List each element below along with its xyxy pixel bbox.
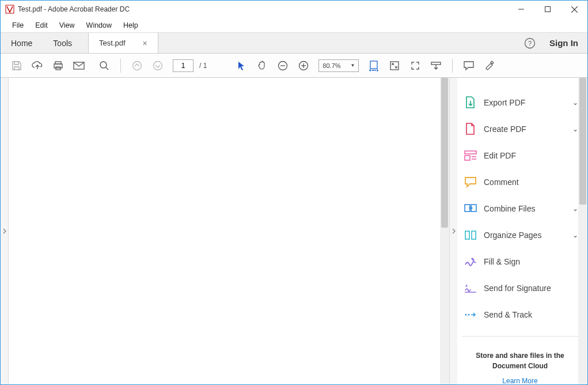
search-icon[interactable]: [95, 56, 113, 75]
svg-rect-30: [472, 231, 476, 239]
svg-rect-23: [465, 151, 476, 154]
svg-rect-2: [545, 7, 551, 12]
send-signature-icon: x: [464, 282, 477, 295]
menu-edit[interactable]: Edit: [29, 19, 54, 32]
side-scrollbar[interactable]: [578, 78, 587, 384]
left-panel-toggle[interactable]: [1, 78, 9, 384]
fullscreen-icon[interactable]: [406, 56, 424, 75]
divider: [462, 336, 578, 337]
side-item-send-track[interactable]: Send & Track: [462, 301, 578, 328]
svg-rect-20: [370, 61, 377, 69]
side-item-combine-files[interactable]: Combine Files ⌄: [462, 195, 578, 222]
tab-document-label: Test.pdf: [99, 39, 126, 47]
window-title: Test.pdf - Adobe Acrobat Reader DC: [18, 5, 508, 13]
svg-point-13: [133, 61, 142, 70]
side-item-edit-pdf[interactable]: Edit PDF: [462, 142, 578, 169]
svg-point-14: [154, 61, 162, 70]
help-button[interactable]: ?: [519, 33, 540, 53]
svg-rect-24: [465, 156, 470, 160]
minimize-button[interactable]: [508, 1, 534, 18]
side-label: Comment: [484, 178, 578, 187]
chevron-down-icon: ⌄: [572, 205, 578, 213]
main-area: Export PDF ⌄ Create PDF ⌄ Edit PDF Comme…: [1, 78, 587, 384]
page-number-input[interactable]: [173, 59, 194, 72]
zoom-in-icon[interactable]: [294, 56, 313, 75]
svg-rect-22: [431, 62, 441, 65]
separator: [120, 59, 121, 73]
side-label: Edit PDF: [484, 151, 578, 160]
page-down-icon[interactable]: [149, 56, 167, 75]
side-label: Fill & Sign: [484, 257, 578, 266]
side-label: Export PDF: [484, 98, 566, 107]
learn-more-link[interactable]: Learn More: [502, 377, 537, 384]
comment-icon[interactable]: [460, 56, 478, 75]
hand-tool-icon[interactable]: [253, 56, 271, 75]
chevron-down-icon: ▼: [350, 63, 355, 68]
svg-line-12: [106, 67, 108, 70]
titlebar: Test.pdf - Adobe Acrobat Reader DC: [1, 1, 587, 18]
tools-side-panel: Export PDF ⌄ Create PDF ⌄ Edit PDF Comme…: [457, 78, 587, 384]
svg-text:?: ?: [528, 40, 532, 47]
svg-text:x: x: [465, 284, 468, 288]
right-panel-toggle[interactable]: [449, 78, 457, 384]
menu-window[interactable]: Window: [81, 19, 117, 32]
zoom-out-icon[interactable]: [274, 56, 292, 75]
tab-tools[interactable]: Tools: [43, 33, 82, 53]
menubar: File Edit View Window Help: [1, 18, 587, 33]
side-label: Create PDF: [484, 124, 566, 134]
menu-file[interactable]: File: [6, 19, 29, 32]
sign-in-button[interactable]: Sign In: [540, 33, 587, 53]
side-item-organize-pages[interactable]: Organize Pages ⌄: [462, 222, 578, 248]
select-tool-icon[interactable]: [232, 56, 251, 75]
maximize-button[interactable]: [534, 1, 561, 18]
side-label: Organize Pages: [484, 231, 566, 240]
read-mode-icon[interactable]: [427, 56, 445, 75]
svg-rect-29: [465, 231, 469, 239]
comment-panel-icon: [464, 176, 477, 188]
side-label: Combine Files: [484, 204, 566, 213]
highlight-icon[interactable]: [480, 56, 499, 75]
fill-sign-icon: [464, 255, 477, 268]
save-icon[interactable]: [7, 56, 26, 75]
tab-home[interactable]: Home: [1, 33, 43, 53]
menu-view[interactable]: View: [54, 19, 81, 32]
send-track-icon: [464, 308, 477, 321]
document-viewport[interactable]: [9, 78, 449, 384]
app-icon: [5, 5, 14, 14]
page-up-icon[interactable]: [128, 56, 146, 75]
combine-files-icon: [464, 202, 477, 215]
side-item-create-pdf[interactable]: Create PDF ⌄: [462, 116, 578, 142]
cloud-upload-icon[interactable]: [28, 56, 47, 75]
document-scrollbar[interactable]: [440, 78, 449, 384]
scrollbar-thumb[interactable]: [441, 78, 448, 228]
print-icon[interactable]: [49, 56, 67, 75]
edit-pdf-icon: [464, 149, 477, 162]
side-item-export-pdf[interactable]: Export PDF ⌄: [462, 89, 578, 116]
create-pdf-icon: [464, 123, 477, 135]
page-total-label: / 1: [199, 62, 207, 70]
side-item-fill-sign[interactable]: Fill & Sign: [462, 248, 578, 275]
menu-help[interactable]: Help: [117, 19, 144, 32]
separator: [452, 59, 453, 73]
svg-point-33: [465, 314, 467, 316]
organize-pages-icon: [464, 229, 477, 241]
cloud-promo-text: Store and share files in the Document Cl…: [472, 350, 568, 371]
chevron-down-icon: ⌄: [572, 99, 578, 107]
tabbar: Home Tools Test.pdf × ? Sign In: [1, 33, 587, 54]
svg-point-11: [100, 62, 107, 68]
cloud-promo: Store and share files in the Document Cl…: [462, 345, 578, 384]
zoom-combo[interactable]: 80.7% ▼: [318, 59, 359, 72]
fit-page-icon[interactable]: [385, 56, 404, 75]
svg-rect-21: [390, 62, 399, 70]
tab-close-icon[interactable]: ×: [143, 39, 147, 48]
tab-document[interactable]: Test.pdf ×: [88, 33, 158, 53]
fit-width-icon[interactable]: [365, 56, 383, 75]
side-item-send-for-signature[interactable]: x Send for Signature: [462, 275, 578, 301]
email-icon[interactable]: [70, 56, 88, 75]
export-pdf-icon: [464, 96, 477, 109]
side-item-comment[interactable]: Comment: [462, 169, 578, 195]
side-label: Send for Signature: [484, 284, 578, 293]
close-button[interactable]: [561, 1, 587, 18]
scrollbar-thumb[interactable]: [579, 78, 586, 205]
toolbar: / 1 80.7% ▼: [1, 54, 587, 78]
